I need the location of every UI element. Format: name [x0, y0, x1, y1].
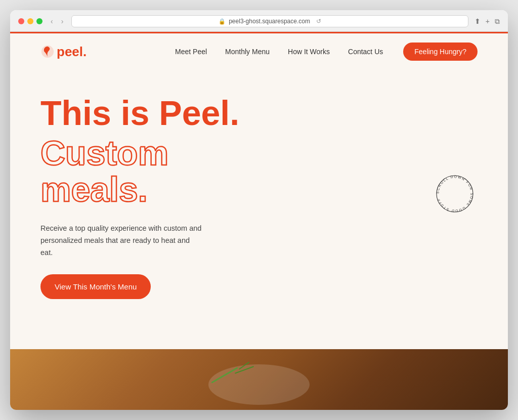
scroll-badge-text: SCROLL DOWN FOR SOME GOOD STUFF — [436, 175, 473, 213]
forward-button[interactable]: › — [59, 16, 66, 26]
nav-meet-peel[interactable]: Meet Peel — [175, 48, 207, 56]
scroll-badge-svg: SCROLL DOWN FOR SOME GOOD STUFF — [432, 171, 478, 217]
nav-contact-us[interactable]: Contact Us — [348, 48, 383, 56]
navbar: peel. Meet Peel Monthly Menu How It Work… — [10, 33, 508, 70]
hero-title-solid: This is Peel. — [40, 95, 478, 131]
browser-actions: ⬆ + ⧉ — [474, 17, 500, 26]
share-icon[interactable]: ⬆ — [474, 17, 481, 26]
minimize-button[interactable] — [27, 18, 33, 24]
hero-section: This is Peel. Custom meals. Receive a to… — [10, 70, 508, 349]
traffic-lights — [18, 18, 42, 24]
tabs-icon[interactable]: ⧉ — [495, 17, 500, 26]
browser-window: ‹ › 🔒 peel3-ghost.squarespace.com ↺ ⬆ + … — [10, 10, 508, 410]
maximize-button[interactable] — [36, 18, 42, 24]
nav-links: Meet Peel Monthly Menu How It Works Cont… — [175, 48, 383, 56]
lock-icon: 🔒 — [219, 18, 226, 25]
scroll-badge: SCROLL DOWN FOR SOME GOOD STUFF — [432, 171, 478, 217]
logo-text: peel. — [57, 44, 87, 60]
website: peel. Meet Peel Monthly Menu How It Work… — [10, 33, 508, 410]
reload-icon[interactable]: ↺ — [316, 18, 321, 25]
browser-chrome: ‹ › 🔒 peel3-ghost.squarespace.com ↺ ⬆ + … — [10, 10, 508, 32]
hero-outline-line1: Custom — [40, 134, 168, 172]
back-button[interactable]: ‹ — [49, 16, 55, 26]
svg-text:SCROLL DOWN FOR SOME GOOD STUF: SCROLL DOWN FOR SOME GOOD STUFF — [436, 175, 473, 213]
peel-logo-icon — [40, 45, 55, 59]
food-image-strip — [10, 349, 508, 410]
new-tab-icon[interactable]: + — [486, 17, 490, 26]
logo[interactable]: peel. — [40, 44, 87, 60]
view-menu-button[interactable]: View This Month's Menu — [40, 274, 151, 299]
url-text: peel3-ghost.squarespace.com — [229, 18, 310, 25]
hero-outline-line2: meals. — [40, 170, 148, 208]
nav-monthly-menu[interactable]: Monthly Menu — [225, 48, 270, 56]
url-bar[interactable]: 🔒 peel3-ghost.squarespace.com ↺ — [71, 15, 468, 27]
hero-description: Receive a top quality experience with cu… — [40, 223, 202, 259]
browser-controls: ‹ › — [49, 16, 65, 26]
herb-decoration — [235, 366, 254, 374]
close-button[interactable] — [18, 18, 24, 24]
feeling-hungry-button[interactable]: Feeling Hungry? — [403, 43, 478, 61]
hero-title-outline: Custom meals. — [40, 135, 478, 207]
nav-how-it-works[interactable]: How It Works — [288, 48, 330, 56]
